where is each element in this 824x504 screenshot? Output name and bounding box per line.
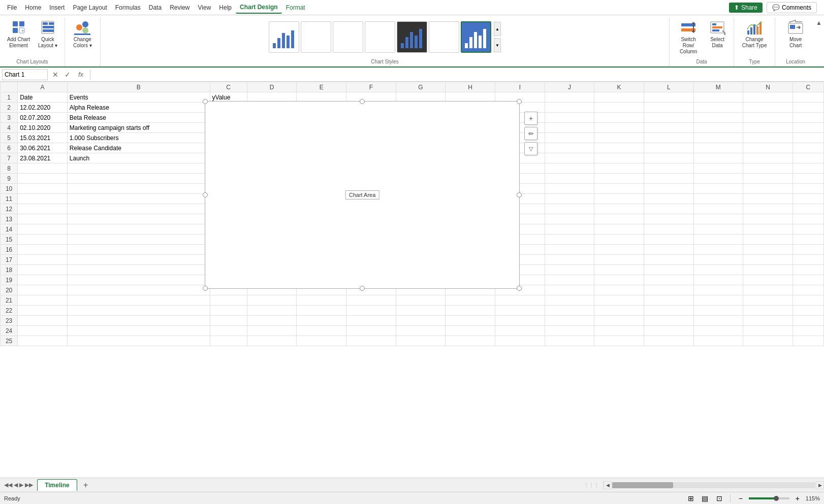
cell[interactable] — [67, 214, 210, 224]
cell[interactable] — [743, 234, 793, 245]
cell[interactable] — [693, 174, 743, 184]
cell[interactable] — [594, 265, 644, 275]
cell[interactable] — [644, 224, 693, 234]
cell[interactable] — [793, 265, 823, 275]
cell[interactable] — [18, 336, 68, 346]
cell[interactable] — [693, 306, 743, 316]
cell[interactable] — [545, 133, 594, 143]
cell[interactable] — [644, 326, 693, 336]
cell[interactable] — [644, 174, 693, 184]
scroll-right-btn[interactable]: ▶ — [816, 481, 824, 489]
cell[interactable] — [743, 204, 793, 214]
col-header-k[interactable]: K — [594, 82, 644, 92]
col-header-c[interactable]: C — [210, 82, 247, 92]
cell[interactable] — [67, 285, 210, 295]
col-header-o[interactable]: C — [793, 82, 823, 92]
cell[interactable] — [545, 275, 594, 285]
cell[interactable] — [644, 265, 693, 275]
select-data-button[interactable]: Select Data — [705, 17, 730, 51]
cell[interactable] — [644, 103, 693, 113]
cell[interactable] — [743, 245, 793, 255]
col-header-a[interactable]: A — [18, 82, 68, 92]
cell[interactable] — [495, 326, 545, 336]
cell[interactable] — [793, 285, 823, 295]
cell[interactable] — [693, 194, 743, 204]
cell[interactable] — [67, 224, 210, 234]
handle-bl[interactable] — [203, 286, 208, 291]
cell[interactable] — [693, 103, 743, 113]
cell[interactable] — [793, 103, 823, 113]
cell[interactable] — [743, 113, 793, 123]
cell[interactable] — [545, 326, 594, 336]
menu-file[interactable]: File — [3, 2, 21, 13]
cell[interactable] — [793, 153, 823, 163]
cell[interactable] — [693, 113, 743, 123]
cell[interactable] — [18, 285, 68, 295]
cell[interactable] — [297, 336, 346, 346]
chart-style-2[interactable] — [301, 21, 331, 53]
chart-style-6[interactable] — [429, 21, 459, 53]
cell[interactable] — [793, 214, 823, 224]
cell[interactable] — [644, 336, 693, 346]
cell[interactable] — [743, 174, 793, 184]
zoom-slider[interactable] — [749, 497, 789, 499]
sheet-tab-add-button[interactable]: + — [80, 480, 91, 491]
zoom-in-btn[interactable]: + — [793, 493, 803, 503]
cell[interactable] — [594, 326, 644, 336]
cell[interactable] — [644, 194, 693, 204]
cell[interactable] — [210, 316, 247, 326]
chart-styles-scroll-down[interactable]: ▼ — [494, 38, 501, 52]
cell[interactable] — [693, 184, 743, 194]
cell[interactable]: Events — [67, 92, 210, 103]
cell[interactable] — [693, 92, 743, 103]
normal-view-btn[interactable]: ⊞ — [685, 493, 696, 504]
cell[interactable] — [644, 92, 693, 103]
cell[interactable] — [18, 295, 68, 306]
cell[interactable] — [793, 316, 823, 326]
formula-confirm-btn[interactable]: ✓ — [62, 69, 73, 80]
cell[interactable] — [18, 275, 68, 285]
cell[interactable] — [594, 336, 644, 346]
cell[interactable] — [67, 255, 210, 265]
cell[interactable] — [793, 245, 823, 255]
quick-layout-button[interactable]: Quick Layout ▾ — [35, 17, 60, 51]
cell[interactable] — [594, 214, 644, 224]
cell[interactable] — [594, 113, 644, 123]
cell[interactable] — [67, 326, 210, 336]
cell[interactable]: 02.07.2020 — [18, 113, 68, 123]
cell[interactable] — [18, 255, 68, 265]
cell[interactable] — [297, 326, 346, 336]
cell[interactable] — [545, 234, 594, 245]
cell[interactable] — [545, 265, 594, 275]
cell[interactable] — [247, 295, 297, 306]
cell[interactable] — [793, 295, 823, 306]
cell[interactable]: 15.03.2021 — [18, 133, 68, 143]
cell[interactable] — [743, 306, 793, 316]
cell[interactable] — [793, 194, 823, 204]
cell[interactable] — [210, 295, 247, 306]
cell[interactable] — [743, 163, 793, 174]
cell[interactable] — [743, 123, 793, 133]
chart-filter-btn[interactable]: ▽ — [524, 142, 537, 155]
cell[interactable] — [346, 306, 396, 316]
cell[interactable] — [18, 326, 68, 336]
page-break-view-btn[interactable]: ⊡ — [714, 493, 725, 504]
cell[interactable] — [693, 123, 743, 133]
cell[interactable] — [693, 265, 743, 275]
cell[interactable] — [743, 103, 793, 113]
cell[interactable] — [446, 316, 495, 326]
cell[interactable] — [545, 295, 594, 306]
sheet-nav-arrows[interactable]: ◀◀ ◀ ▶ ▶▶ — [2, 482, 35, 488]
cell[interactable]: 02.10.2020 — [18, 123, 68, 133]
formula-input[interactable] — [94, 70, 822, 79]
cell[interactable] — [545, 194, 594, 204]
chart-style-1[interactable] — [269, 21, 299, 53]
cell[interactable] — [210, 306, 247, 316]
cell[interactable] — [793, 234, 823, 245]
cell[interactable] — [18, 174, 68, 184]
cell[interactable] — [545, 245, 594, 255]
cell[interactable] — [594, 275, 644, 285]
cell[interactable] — [396, 326, 446, 336]
menu-review[interactable]: Review — [166, 2, 194, 13]
cell[interactable] — [594, 153, 644, 163]
